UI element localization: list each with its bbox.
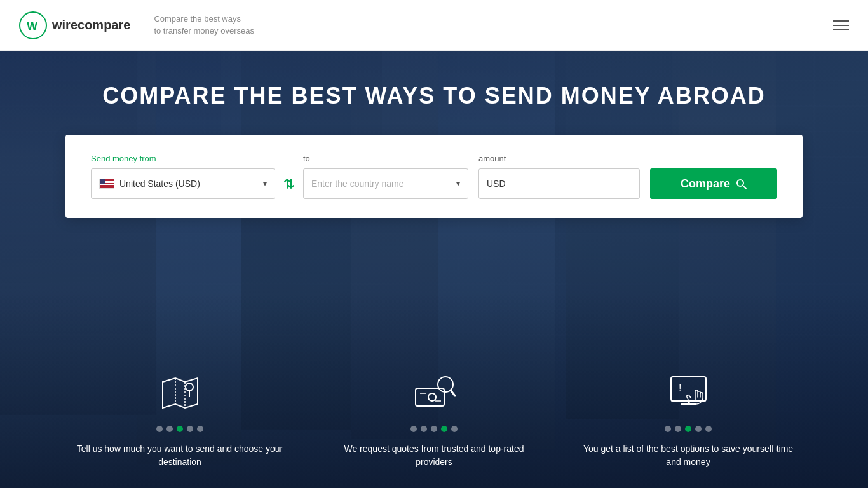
dot-active bbox=[177, 426, 183, 432]
from-field-group: Send money from United States (USD) ▾ bbox=[91, 154, 275, 199]
compare-button-wrap: Compare bbox=[650, 168, 777, 199]
to-placeholder: Enter the country name bbox=[311, 179, 451, 189]
dot bbox=[451, 426, 458, 432]
features-section: Tell us how much you want to send and ch… bbox=[0, 367, 868, 488]
feature-1-icon bbox=[154, 367, 205, 418]
search-row: Send money from United States (USD) ▾ to bbox=[91, 154, 777, 199]
header: W wirecompare Compare the best ways to t… bbox=[0, 0, 868, 51]
feature-2-dots bbox=[410, 426, 458, 432]
header-tagline: Compare the best ways to transfer money … bbox=[142, 13, 254, 36]
dot bbox=[665, 426, 671, 432]
to-chevron-icon: ▾ bbox=[456, 179, 460, 188]
svg-rect-10 bbox=[671, 377, 706, 401]
feature-3-text: You get a list of the best options to sa… bbox=[580, 442, 796, 469]
svg-point-3 bbox=[186, 383, 193, 391]
swap-button[interactable] bbox=[275, 168, 303, 199]
amount-label: amount bbox=[478, 154, 640, 163]
feature-item-2: We request quotes from trusted and top-r… bbox=[307, 367, 561, 469]
logo-text: wirecompare bbox=[52, 18, 130, 32]
dot bbox=[187, 426, 193, 432]
dot bbox=[156, 426, 163, 432]
dot bbox=[695, 426, 702, 432]
svg-line-7 bbox=[451, 390, 455, 396]
feature-item-3: ! You get a list of the best options to … bbox=[561, 367, 815, 469]
dot bbox=[705, 426, 712, 432]
feature-3-dots bbox=[665, 426, 712, 432]
amount-field-group: amount USD bbox=[478, 154, 640, 199]
to-label: to bbox=[303, 154, 468, 163]
compare-button[interactable]: Compare bbox=[650, 168, 777, 199]
svg-text:W: W bbox=[27, 20, 37, 32]
hero-section: COMPARE THE BEST WAYS TO SEND MONEY ABRO… bbox=[0, 0, 868, 488]
dot-active bbox=[685, 426, 691, 432]
dot bbox=[431, 426, 437, 432]
search-card: Send money from United States (USD) ▾ to bbox=[65, 135, 803, 218]
feature-2-text: We request quotes from trusted and top-r… bbox=[326, 442, 542, 469]
from-chevron-icon: ▾ bbox=[263, 179, 267, 188]
to-select[interactable]: Enter the country name ▾ bbox=[303, 168, 468, 199]
hero-title: COMPARE THE BEST WAYS TO SEND MONEY ABRO… bbox=[102, 51, 765, 109]
dot bbox=[166, 426, 173, 432]
logo-icon: W bbox=[19, 11, 47, 39]
from-label: Send money from bbox=[91, 154, 275, 163]
from-select[interactable]: United States (USD) ▾ bbox=[91, 168, 275, 199]
amount-value: USD bbox=[487, 179, 506, 189]
amount-input[interactable]: USD bbox=[478, 168, 640, 199]
dot bbox=[675, 426, 681, 432]
to-field-group: to Enter the country name ▾ bbox=[303, 154, 468, 199]
feature-1-text: Tell us how much you want to send and ch… bbox=[72, 442, 288, 469]
dot-active bbox=[441, 426, 447, 432]
from-value: United States (USD) bbox=[119, 179, 258, 189]
dot bbox=[421, 426, 427, 432]
logo[interactable]: W wirecompare bbox=[19, 11, 130, 39]
us-flag-icon bbox=[99, 179, 114, 189]
svg-text:!: ! bbox=[679, 383, 681, 393]
dot bbox=[410, 426, 417, 432]
feature-item-1: Tell us how much you want to send and ch… bbox=[53, 367, 307, 469]
hamburger-menu[interactable] bbox=[833, 20, 849, 30]
svg-line-2 bbox=[743, 186, 746, 189]
header-left: W wirecompare Compare the best ways to t… bbox=[19, 11, 254, 39]
svg-rect-5 bbox=[416, 388, 444, 406]
feature-3-icon: ! bbox=[663, 367, 714, 418]
feature-1-dots bbox=[156, 426, 203, 432]
dot bbox=[197, 426, 203, 432]
feature-2-icon bbox=[409, 367, 459, 418]
